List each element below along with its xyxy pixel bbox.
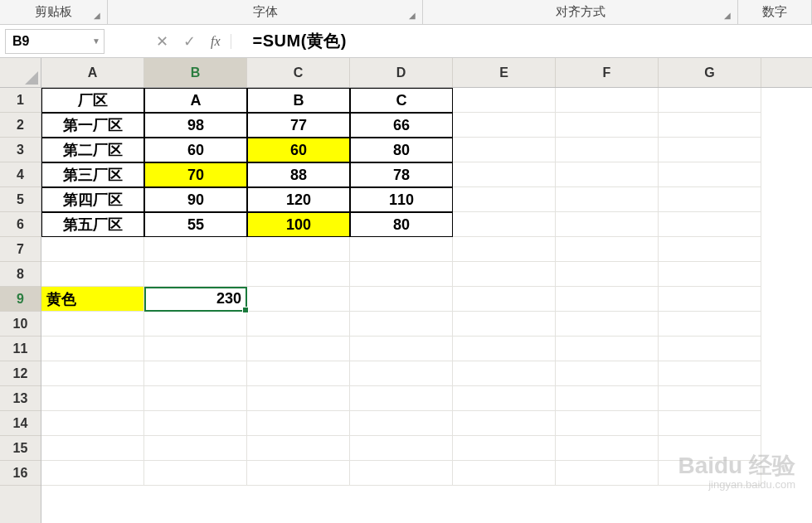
cell-E5[interactable] [453, 187, 556, 212]
row-header-10[interactable]: 10 [0, 312, 41, 337]
cell-B5[interactable]: 90 [144, 187, 247, 212]
cell-F11[interactable] [556, 337, 659, 361]
row-header-13[interactable]: 13 [0, 386, 41, 411]
col-header-F[interactable]: F [556, 58, 659, 87]
row-header-14[interactable]: 14 [0, 411, 41, 436]
cell-D13[interactable] [350, 386, 453, 411]
cell-G9[interactable] [659, 287, 761, 312]
cell-E1[interactable] [453, 88, 556, 113]
cell-C16[interactable] [247, 461, 350, 486]
cell-G5[interactable] [659, 187, 761, 212]
dialog-launcher-icon[interactable]: ◢ [724, 11, 734, 21]
cell-B1[interactable]: A [144, 88, 247, 113]
cell-F10[interactable] [556, 312, 659, 337]
col-header-C[interactable]: C [247, 58, 350, 87]
cell-B6[interactable]: 55 [144, 212, 247, 237]
cell-E9[interactable] [453, 287, 556, 312]
cell-G3[interactable] [659, 138, 761, 162]
cell-B9[interactable]: 230 [144, 287, 247, 312]
cell-D5[interactable]: 110 [350, 187, 453, 212]
cell-B15[interactable] [144, 436, 247, 461]
cell-F3[interactable] [556, 138, 659, 162]
cell-D6[interactable]: 80 [350, 212, 453, 237]
cell-C14[interactable] [247, 411, 350, 436]
cell-A2[interactable]: 第一厂区 [41, 113, 144, 138]
cell-E6[interactable] [453, 212, 556, 237]
fx-icon[interactable]: fx [211, 34, 231, 49]
cell-F8[interactable] [556, 262, 659, 287]
cell-E13[interactable] [453, 386, 556, 411]
cell-D9[interactable] [350, 287, 453, 312]
row-header-12[interactable]: 12 [0, 361, 41, 386]
cell-C6[interactable]: 100 [247, 212, 350, 237]
cell-D3[interactable]: 80 [350, 138, 453, 162]
cell-D7[interactable] [350, 237, 453, 262]
cell-B12[interactable] [144, 361, 247, 386]
col-header-D[interactable]: D [350, 58, 453, 87]
cell-F7[interactable] [556, 237, 659, 262]
cell-C8[interactable] [247, 262, 350, 287]
cell-G6[interactable] [659, 212, 761, 237]
cell-F4[interactable] [556, 162, 659, 187]
cell-E15[interactable] [453, 436, 556, 461]
cell-C9[interactable] [247, 287, 350, 312]
ribbon-group-2[interactable]: 对齐方式◢ [423, 0, 738, 24]
cell-C12[interactable] [247, 361, 350, 386]
formula-input[interactable]: =SUM(黄色) [241, 30, 812, 52]
cell-D15[interactable] [350, 436, 453, 461]
cell-B11[interactable] [144, 337, 247, 361]
cell-C4[interactable]: 88 [247, 162, 350, 187]
name-box[interactable]: B9 ▼ [5, 29, 105, 54]
row-header-15[interactable]: 15 [0, 436, 41, 461]
cell-A11[interactable] [41, 337, 144, 361]
dialog-launcher-icon[interactable]: ◢ [94, 11, 104, 21]
row-header-7[interactable]: 7 [0, 237, 41, 262]
cell-F15[interactable] [556, 436, 659, 461]
cell-F16[interactable] [556, 461, 659, 486]
cell-F14[interactable] [556, 411, 659, 436]
cell-G10[interactable] [659, 312, 761, 337]
cell-B13[interactable] [144, 386, 247, 411]
select-all-cell[interactable] [0, 58, 41, 88]
cell-D14[interactable] [350, 411, 453, 436]
cell-D16[interactable] [350, 461, 453, 486]
col-header-G[interactable]: G [659, 58, 761, 87]
col-header-E[interactable]: E [453, 58, 556, 87]
cell-A6[interactable]: 第五厂区 [41, 212, 144, 237]
cell-A12[interactable] [41, 361, 144, 386]
ribbon-group-3[interactable]: 数字 [738, 0, 812, 24]
cell-D1[interactable]: C [350, 88, 453, 113]
cell-A5[interactable]: 第四厂区 [41, 187, 144, 212]
cell-A10[interactable] [41, 312, 144, 337]
dialog-launcher-icon[interactable]: ◢ [409, 11, 419, 21]
cell-A15[interactable] [41, 436, 144, 461]
cell-C2[interactable]: 77 [247, 113, 350, 138]
row-header-1[interactable]: 1 [0, 88, 41, 113]
cell-E11[interactable] [453, 337, 556, 361]
row-header-6[interactable]: 6 [0, 212, 41, 237]
cell-E16[interactable] [453, 461, 556, 486]
cancel-icon[interactable]: ✕ [156, 32, 168, 51]
cell-C7[interactable] [247, 237, 350, 262]
chevron-down-icon[interactable]: ▼ [92, 36, 100, 46]
cell-F9[interactable] [556, 287, 659, 312]
cell-G1[interactable] [659, 88, 761, 113]
row-header-11[interactable]: 11 [0, 337, 41, 361]
cell-G14[interactable] [659, 411, 761, 436]
cell-G4[interactable] [659, 162, 761, 187]
cell-D8[interactable] [350, 262, 453, 287]
cell-B4[interactable]: 70 [144, 162, 247, 187]
row-header-2[interactable]: 2 [0, 113, 41, 138]
cell-C5[interactable]: 120 [247, 187, 350, 212]
cell-B10[interactable] [144, 312, 247, 337]
cell-A8[interactable] [41, 262, 144, 287]
cell-G13[interactable] [659, 386, 761, 411]
row-header-5[interactable]: 5 [0, 187, 41, 212]
cell-A14[interactable] [41, 411, 144, 436]
cell-C3[interactable]: 60 [247, 138, 350, 162]
cell-C11[interactable] [247, 337, 350, 361]
cell-D11[interactable] [350, 337, 453, 361]
cell-E8[interactable] [453, 262, 556, 287]
cell-G15[interactable] [659, 436, 761, 461]
cell-B7[interactable] [144, 237, 247, 262]
